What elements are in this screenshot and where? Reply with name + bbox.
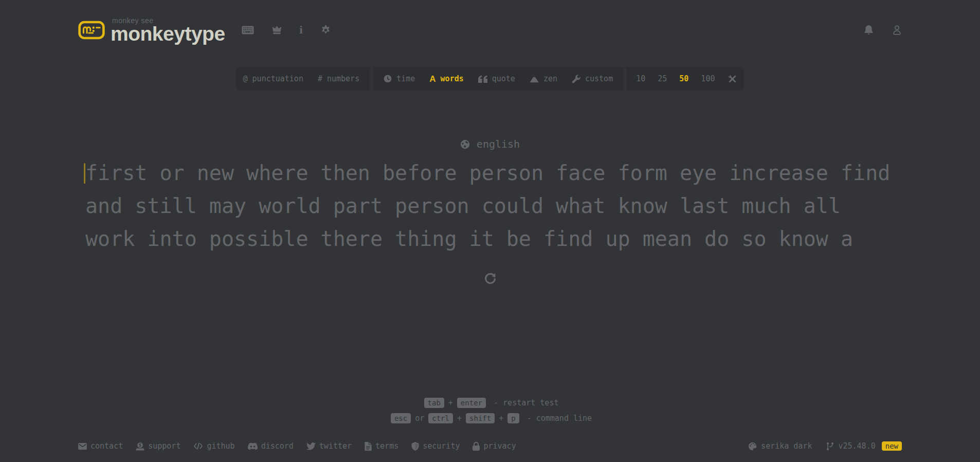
logo-home-link[interactable]: monkey see monkeytype [78, 16, 225, 43]
mode-zen-button[interactable]: zen [522, 67, 565, 91]
font-icon: A [429, 75, 435, 83]
theme-name: serika dark [761, 441, 812, 451]
toggle-punctuation-button[interactable]: @ punctuation [236, 67, 311, 91]
mail-icon [78, 443, 87, 450]
version-button[interactable]: v25.48.0 new [826, 441, 902, 451]
count-50-button[interactable]: 50 [673, 67, 695, 91]
caret [84, 163, 85, 184]
words-label: words [441, 74, 464, 83]
top-nav: monkey see monkeytype [78, 15, 902, 44]
rotate-icon [484, 272, 497, 285]
leaderboards-button[interactable] [271, 25, 282, 34]
twitter-link[interactable]: twitter [306, 441, 352, 451]
count-25-label: 25 [658, 74, 667, 83]
count-50-label: 50 [679, 74, 688, 83]
mode-time-button[interactable]: time [376, 67, 422, 91]
count-10-label: 10 [636, 74, 645, 83]
globe-icon [460, 139, 470, 149]
quote-icon [478, 75, 487, 83]
footer-right: serika dark v25.48.0 new [748, 441, 902, 451]
mountain-icon [530, 75, 539, 83]
restart-test-button[interactable] [473, 269, 508, 288]
numbers-label: numbers [327, 74, 359, 83]
bell-icon [864, 25, 874, 35]
restart-hint-text: - restart test [494, 398, 558, 407]
twitter-icon [306, 442, 316, 450]
typing-test: english first or new where then before p… [78, 91, 902, 288]
gear-icon [320, 25, 331, 35]
word-line: first or new where then before person fa… [85, 156, 895, 189]
test-config-row: @ punctuation # numbers time A word [78, 67, 902, 91]
account-button[interactable] [892, 25, 902, 35]
enter-key: enter [457, 398, 486, 408]
user-icon [892, 25, 902, 35]
settings-button[interactable] [320, 25, 331, 35]
palette-icon [748, 442, 757, 451]
toggle-numbers-button[interactable]: # numbers [311, 67, 367, 91]
notifications-button[interactable] [864, 25, 874, 35]
privacy-link[interactable]: privacy [473, 441, 516, 451]
esc-key: esc [391, 413, 411, 423]
config-divider [370, 67, 373, 91]
shortcut-hints: tab+enter- restart test escorctrl+shift+… [78, 395, 902, 426]
spacer [78, 288, 902, 395]
terms-link[interactable]: terms [365, 441, 398, 451]
hash-icon: # [318, 74, 322, 83]
tab-key: tab [424, 398, 444, 408]
mode-custom-button[interactable]: custom [565, 67, 620, 91]
ctrl-key: ctrl [428, 413, 453, 423]
count-25-button[interactable]: 25 [651, 67, 673, 91]
security-link[interactable]: security [411, 441, 460, 451]
donate-icon: $ [136, 442, 144, 451]
theme-button[interactable]: serika dark [748, 441, 812, 451]
monkeytype-app: monkey see monkeytype [0, 0, 980, 462]
crown-icon [271, 25, 282, 34]
new-version-badge: new [882, 441, 902, 451]
command-line-hint-text: - command line [527, 414, 592, 423]
svg-text:$: $ [139, 442, 141, 447]
count-10-button[interactable]: 10 [630, 67, 651, 91]
mode-words-button[interactable]: A words [422, 67, 470, 91]
language-selector[interactable]: english [78, 138, 902, 150]
punctuation-label: punctuation [252, 74, 303, 83]
count-100-button[interactable]: 100 [695, 67, 721, 91]
keyboard-icon [242, 26, 254, 34]
at-icon: @ [243, 74, 248, 83]
footer: contact $ support [78, 441, 902, 451]
start-test-button[interactable] [242, 26, 254, 34]
custom-amount-button[interactable] [721, 67, 744, 91]
version-number: v25.48.0 [838, 441, 875, 451]
clock-icon [384, 75, 392, 83]
command-line-hint: escorctrl+shift+p- command line [78, 411, 902, 426]
zen-label: zen [543, 74, 557, 83]
count-100-label: 100 [701, 74, 715, 83]
mode-quote-button[interactable]: quote [471, 67, 522, 91]
custom-label: custom [585, 74, 613, 83]
p-key: p [507, 413, 519, 423]
config-divider [623, 67, 627, 91]
about-button[interactable]: i [300, 24, 303, 35]
language-label: english [477, 138, 520, 150]
tools-icon [728, 75, 737, 83]
code-icon [193, 442, 203, 450]
discord-icon [248, 442, 258, 450]
test-config-bar: @ punctuation # numbers time A word [236, 67, 745, 91]
support-link[interactable]: $ support [136, 441, 180, 451]
lock-icon [473, 442, 480, 451]
code-branch-icon [826, 442, 834, 451]
word-line: and still may world part person could wh… [85, 189, 895, 222]
logo-title: monkeytype [111, 25, 225, 43]
github-link[interactable]: github [193, 441, 234, 451]
word-line: work into possible there thing it be fin… [85, 222, 895, 255]
file-icon [365, 442, 372, 451]
wrench-icon [572, 75, 580, 83]
time-label: time [396, 74, 415, 83]
footer-links: contact $ support [78, 441, 516, 451]
quote-label: quote [492, 74, 515, 83]
monkeytype-logo-icon [78, 21, 105, 40]
info-icon: i [300, 24, 303, 35]
restart-hint: tab+enter- restart test [78, 395, 902, 411]
contact-link[interactable]: contact [78, 441, 123, 451]
user-nav [864, 25, 902, 35]
discord-link[interactable]: discord [248, 441, 294, 451]
